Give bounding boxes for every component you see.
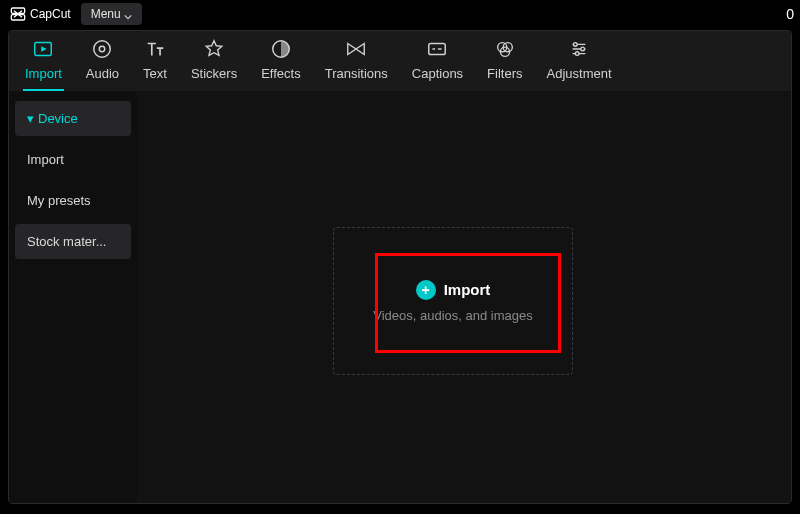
tab-stickers[interactable]: Stickers bbox=[179, 32, 249, 91]
app-logo: CapCut bbox=[10, 6, 71, 22]
topright-counter: 0 bbox=[786, 6, 794, 22]
tab-import[interactable]: Import bbox=[13, 32, 74, 91]
plus-icon: + bbox=[416, 280, 436, 300]
sidebar-item-import[interactable]: Import bbox=[15, 142, 131, 177]
tab-transitions[interactable]: Transitions bbox=[313, 32, 400, 91]
sidebar-item-label: My presets bbox=[27, 193, 91, 208]
menu-label: Menu bbox=[91, 7, 121, 21]
import-icon bbox=[32, 38, 54, 60]
svg-point-11 bbox=[581, 47, 585, 51]
sidebar-item-label: Import bbox=[27, 152, 64, 167]
tab-effects[interactable]: Effects bbox=[249, 32, 313, 91]
svg-point-10 bbox=[574, 43, 578, 47]
svg-point-12 bbox=[575, 52, 579, 56]
text-icon bbox=[144, 38, 166, 60]
sidebar: ▾Device Import My presets Stock mater... bbox=[9, 91, 137, 503]
tab-label: Captions bbox=[412, 66, 463, 81]
sidebar-item-stock-material[interactable]: Stock mater... bbox=[15, 224, 131, 259]
tab-label: Effects bbox=[261, 66, 301, 81]
app-name: CapCut bbox=[30, 7, 71, 21]
sidebar-item-my-presets[interactable]: My presets bbox=[15, 183, 131, 218]
tab-audio[interactable]: Audio bbox=[74, 32, 131, 91]
capcut-logo-icon bbox=[10, 6, 26, 22]
audio-icon bbox=[91, 38, 113, 60]
menu-button[interactable]: Menu bbox=[81, 3, 142, 25]
workspace: Import Audio Text Stickers Effects bbox=[8, 30, 792, 504]
svg-rect-0 bbox=[11, 8, 24, 13]
tab-label: Transitions bbox=[325, 66, 388, 81]
transitions-icon bbox=[345, 38, 367, 60]
sidebar-item-label: Device bbox=[38, 111, 78, 126]
main-panel: + Import Videos, audios, and images bbox=[137, 91, 791, 503]
filters-icon bbox=[494, 38, 516, 60]
tab-label: Adjustment bbox=[547, 66, 612, 81]
titlebar: CapCut Menu bbox=[0, 0, 800, 28]
import-dropzone[interactable]: + Import Videos, audios, and images bbox=[333, 227, 573, 375]
sidebar-item-device[interactable]: ▾Device bbox=[15, 101, 131, 136]
stickers-icon bbox=[203, 38, 225, 60]
tab-filters[interactable]: Filters bbox=[475, 32, 534, 91]
tab-label: Text bbox=[143, 66, 167, 81]
svg-rect-6 bbox=[429, 44, 446, 55]
svg-point-4 bbox=[100, 46, 106, 52]
tab-adjustment[interactable]: Adjustment bbox=[535, 32, 624, 91]
import-title: Import bbox=[444, 281, 491, 298]
tab-label: Import bbox=[25, 66, 62, 81]
tab-label: Audio bbox=[86, 66, 119, 81]
effects-icon bbox=[270, 38, 292, 60]
content-area: ▾Device Import My presets Stock mater...… bbox=[9, 91, 791, 503]
adjustment-icon bbox=[568, 38, 590, 60]
captions-icon bbox=[426, 38, 448, 60]
sidebar-item-label: Stock mater... bbox=[27, 234, 106, 249]
import-subtitle: Videos, audios, and images bbox=[373, 308, 532, 323]
svg-rect-1 bbox=[11, 15, 24, 20]
caret-down-icon: ▾ bbox=[27, 111, 34, 126]
tab-label: Stickers bbox=[191, 66, 237, 81]
top-toolbar: Import Audio Text Stickers Effects bbox=[9, 31, 791, 91]
svg-point-3 bbox=[94, 41, 111, 58]
tab-text[interactable]: Text bbox=[131, 32, 179, 91]
chevron-down-icon bbox=[124, 10, 132, 18]
tab-label: Filters bbox=[487, 66, 522, 81]
tab-captions[interactable]: Captions bbox=[400, 32, 475, 91]
import-title-row: + Import bbox=[416, 280, 491, 300]
